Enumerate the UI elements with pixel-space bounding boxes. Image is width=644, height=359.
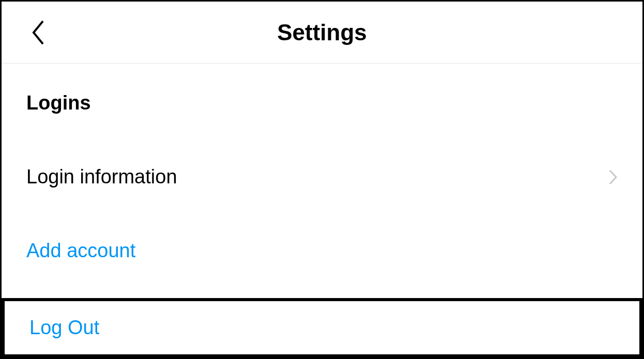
section-heading-logins: Logins [26, 92, 618, 114]
login-information-row[interactable]: Login information [26, 166, 618, 188]
back-button[interactable] [27, 17, 48, 48]
add-account-link[interactable]: Add account [26, 240, 618, 262]
login-information-label: Login information [26, 166, 177, 188]
page-title: Settings [22, 20, 622, 45]
chevron-right-icon [608, 169, 618, 185]
log-out-link[interactable]: Log Out [29, 317, 615, 339]
log-out-row-highlight: Log Out [2, 298, 642, 357]
chevron-left-icon [30, 19, 45, 46]
header-bar: Settings [2, 2, 642, 64]
content-area: Logins Login information Add account Log… [2, 92, 642, 357]
